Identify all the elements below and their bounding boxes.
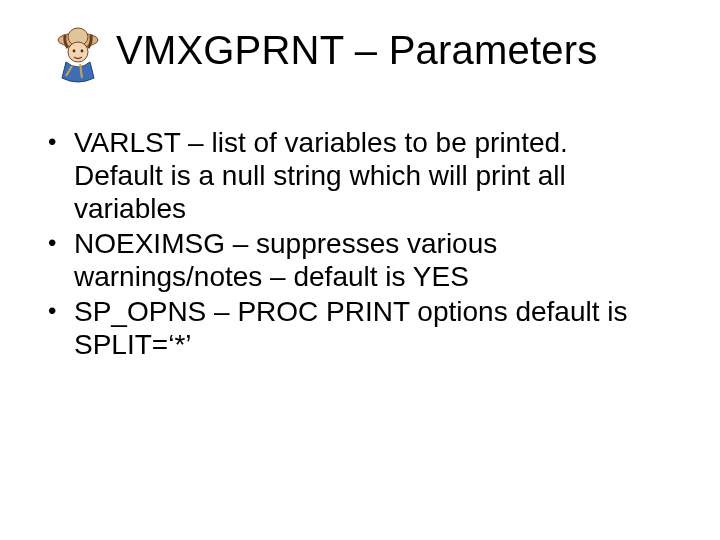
svg-point-4 [81,50,84,53]
bullet-item: SP_OPNS – PROC PRINT options default is … [44,295,660,361]
slide-body: VARLST – list of variables to be printed… [44,126,660,363]
svg-point-3 [73,50,76,53]
title-row: VMXGPRNT – Parameters [44,16,676,84]
slide-title: VMXGPRNT – Parameters [116,28,597,72]
bullet-item: VARLST – list of variables to be printed… [44,126,660,225]
decorative-clipart [44,16,112,84]
bullet-list: VARLST – list of variables to be printed… [44,126,660,361]
slide: VMXGPRNT – Parameters VARLST – list of v… [0,0,720,540]
bullet-item: NOEXIMSG – suppresses various warnings/n… [44,227,660,293]
